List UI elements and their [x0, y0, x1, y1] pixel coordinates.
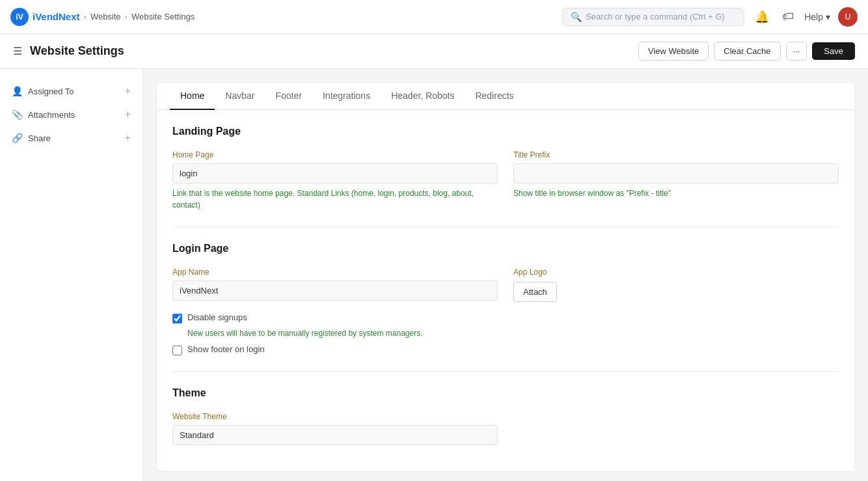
login-page-title: Login Page: [172, 243, 839, 254]
sidebar-item-share[interactable]: 🔗 Share +: [0, 126, 142, 150]
login-page-section: Login Page App Name App Logo Attach: [172, 243, 839, 355]
content-area: Home Navbar Footer Integrations Header, …: [143, 69, 868, 481]
topnav-right: 🔍 Search or type a command (Ctrl + G) 🔔 …: [562, 7, 858, 27]
landing-page-title: Landing Page: [172, 126, 839, 137]
main-layout: 👤 Assigned To + 📎 Attachments + 🔗 Share …: [0, 69, 868, 481]
sidebar: 👤 Assigned To + 📎 Attachments + 🔗 Share …: [0, 69, 143, 481]
more-options-button[interactable]: ···: [786, 42, 807, 61]
tabs-card: Home Navbar Footer Integrations Header, …: [156, 82, 855, 472]
home-page-col: Home Page Link that is the website home …: [172, 150, 498, 211]
title-prefix-label: Title Prefix: [513, 150, 839, 159]
tag-icon[interactable]: 🏷: [780, 7, 796, 26]
app-logo-col: App Logo Attach: [513, 268, 839, 302]
disable-signups-label[interactable]: Disable signups: [187, 312, 247, 322]
tab-redirects[interactable]: Redirects: [465, 83, 524, 110]
tab-header-robots[interactable]: Header, Robots: [381, 83, 465, 110]
show-footer-label[interactable]: Show footer on login: [187, 344, 265, 354]
sidebar-item-assigned-to[interactable]: 👤 Assigned To +: [0, 79, 142, 103]
app-name-col: App Name: [172, 268, 498, 302]
breadcrumb-website-settings[interactable]: Website Settings: [131, 12, 195, 21]
app-logo-label: App Logo: [513, 268, 839, 277]
page-title: Website Settings: [30, 44, 124, 58]
page-header: ☰ Website Settings View Website Clear Ca…: [0, 34, 868, 69]
show-footer-row: Show footer on login: [172, 344, 839, 355]
theme-empty-col: [513, 412, 839, 445]
attachments-add-icon[interactable]: +: [125, 109, 131, 120]
clear-cache-button[interactable]: Clear Cache: [714, 42, 780, 61]
save-button[interactable]: Save: [812, 42, 855, 60]
topnav: iV iVendNext › Website › Website Setting…: [0, 0, 868, 34]
section-divider-1: [172, 227, 839, 227]
view-website-button[interactable]: View Website: [638, 42, 709, 61]
disable-signups-checkbox[interactable]: [172, 314, 182, 323]
title-prefix-input[interactable]: [513, 163, 839, 184]
help-button[interactable]: Help ▾: [804, 12, 830, 22]
topnav-left: iV iVendNext › Website › Website Setting…: [10, 8, 195, 26]
title-prefix-col: Title Prefix Show title in browser windo…: [513, 150, 839, 211]
tab-home[interactable]: Home: [170, 83, 215, 110]
landing-page-form-row: Home Page Link that is the website home …: [172, 150, 839, 211]
breadcrumb-sep-1: ›: [84, 12, 87, 21]
brand-logo[interactable]: iV: [10, 8, 29, 26]
login-page-form-row: App Name App Logo Attach: [172, 268, 839, 302]
website-theme-col: Website Theme: [172, 412, 498, 445]
show-footer-checkbox[interactable]: [172, 346, 182, 355]
brand-name[interactable]: iVendNext: [33, 11, 80, 22]
assigned-to-add-icon[interactable]: +: [125, 85, 131, 97]
sidebar-attachments-label: Attachments: [28, 110, 75, 120]
sidebar-share-label: Share: [28, 133, 51, 143]
search-icon: 🔍: [571, 12, 582, 22]
home-page-label: Home Page: [172, 150, 498, 159]
home-page-input[interactable]: [172, 163, 498, 184]
app-name-input[interactable]: [172, 281, 498, 301]
website-theme-label: Website Theme: [172, 412, 498, 421]
assigned-to-icon: 👤: [12, 86, 23, 96]
breadcrumb-website[interactable]: Website: [90, 12, 121, 21]
notification-icon[interactable]: 🔔: [752, 7, 772, 27]
tab-footer[interactable]: Footer: [265, 83, 312, 110]
disable-signups-row: Disable signups: [172, 312, 839, 323]
attachments-icon: 📎: [12, 109, 23, 120]
app-name-label: App Name: [172, 268, 498, 277]
theme-title: Theme: [172, 387, 839, 399]
page-header-right: View Website Clear Cache ··· Save: [638, 42, 855, 61]
search-box[interactable]: 🔍 Search or type a command (Ctrl + G): [562, 8, 744, 26]
tab-bar: Home Navbar Footer Integrations Header, …: [157, 83, 854, 110]
home-page-hint: Link that is the website home page. Stan…: [172, 187, 498, 211]
share-add-icon[interactable]: +: [125, 132, 131, 144]
title-prefix-hint: Show title in browser window as "Prefix …: [513, 187, 839, 199]
sidebar-item-attachments[interactable]: 📎 Attachments +: [0, 103, 142, 126]
tab-integrations[interactable]: Integrations: [312, 83, 381, 110]
theme-form-row: Website Theme: [172, 412, 839, 445]
search-placeholder: Search or type a command (Ctrl + G): [586, 12, 725, 21]
website-theme-input[interactable]: [172, 425, 498, 445]
attach-button[interactable]: Attach: [513, 282, 557, 302]
page-header-left: ☰ Website Settings: [13, 44, 124, 58]
hamburger-icon[interactable]: ☰: [13, 45, 22, 57]
disable-signups-hint: New users will have to be manually regis…: [187, 329, 839, 338]
chevron-down-icon: ▾: [826, 12, 830, 22]
tab-content: Landing Page Home Page Link that is the …: [157, 110, 854, 471]
section-divider-2: [172, 371, 839, 372]
tab-navbar[interactable]: Navbar: [215, 83, 265, 110]
avatar[interactable]: U: [838, 7, 858, 27]
theme-section: Theme Website Theme: [172, 387, 839, 445]
share-icon: 🔗: [12, 133, 23, 143]
sidebar-assigned-to-label: Assigned To: [28, 87, 74, 96]
breadcrumb-sep-2: ›: [125, 12, 128, 21]
landing-page-section: Landing Page Home Page Link that is the …: [172, 126, 839, 211]
